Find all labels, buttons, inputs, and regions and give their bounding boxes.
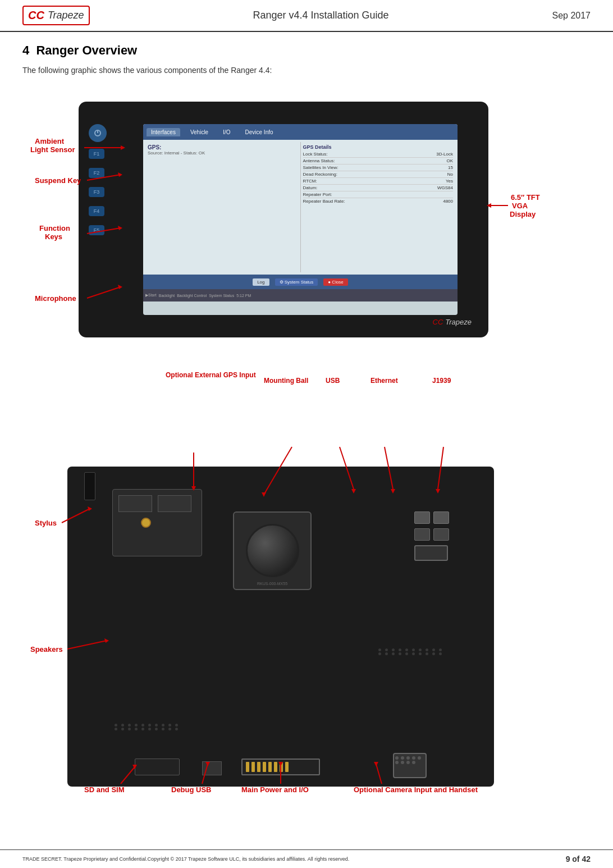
- system-status-button[interactable]: ⚙ System Status: [275, 278, 318, 286]
- svg-text:Keys: Keys: [45, 232, 62, 241]
- page-footer: TRADE SECRET. Trapeze Proprietary and Co…: [0, 849, 613, 868]
- trackball-label: RKUS-000-MX55: [234, 582, 310, 586]
- side-buttons-area: F1 F2 F3 F4 F5: [89, 124, 107, 237]
- svg-text:Stylus: Stylus: [35, 519, 57, 527]
- back-diagram: RKUS-000-MX55: [22, 422, 591, 820]
- stylus-slot: [84, 472, 95, 500]
- svg-text:Suspend Key: Suspend Key: [35, 176, 81, 185]
- footer-page-number: 9 of 42: [566, 855, 591, 864]
- f4-button: F4: [89, 206, 104, 216]
- ports-area: [414, 511, 449, 561]
- tab-vehicle: Vehicle: [186, 128, 213, 136]
- eth-port-1: [414, 528, 430, 541]
- section-title: 4 Ranger Overview: [22, 43, 591, 58]
- svg-text:6.5″ TFT: 6.5″ TFT: [511, 193, 540, 202]
- screen-titlebar: Interfaces Vehicle I/O Device Info: [143, 124, 458, 140]
- device-screen: Interfaces Vehicle I/O Device Info GPS: …: [143, 124, 458, 315]
- trackball-housing: RKUS-000-MX55: [233, 511, 312, 590]
- page-header: CC Trapeze Ranger v4.4 Installation Guid…: [0, 0, 613, 32]
- speaker-right: [376, 646, 449, 719]
- svg-text:Optional Camera Input and Hand: Optional Camera Input and Handset: [354, 785, 478, 794]
- j1939-port: [414, 545, 448, 561]
- trackball: [246, 524, 299, 577]
- f2-button: F2: [89, 168, 104, 178]
- camera-pins: [394, 754, 426, 766]
- tab-interfaces: Interfaces: [147, 128, 180, 136]
- f1-button: F1: [89, 149, 104, 159]
- screen-bottom-bar: Log ⚙ System Status ● Close: [143, 275, 458, 289]
- label-j1939: J1939: [432, 377, 451, 386]
- back-top-labels: Optional External GPS Input Mounting Bal…: [22, 371, 591, 399]
- label-mounting-ball: Mounting Ball: [264, 377, 308, 386]
- tab-device-info: Device Info: [241, 128, 278, 136]
- label-usb: USB: [326, 377, 340, 386]
- f5-button: F5: [89, 225, 104, 235]
- ethernet-ports: [414, 528, 449, 541]
- svg-text:Main Power and I/O: Main Power and I/O: [241, 785, 309, 794]
- svg-text:Function: Function: [39, 224, 70, 232]
- svg-text:Microphone: Microphone: [35, 294, 76, 303]
- main-power-connector: [241, 759, 320, 775]
- footer-trade-secret: TRADE SECRET. Trapeze Proprietary and Co…: [22, 856, 349, 862]
- back-device-render: RKUS-000-MX55: [67, 467, 494, 787]
- svg-text:VGA: VGA: [512, 202, 528, 210]
- sd-sim-slot: [135, 759, 180, 775]
- card-slot-1: [118, 495, 152, 512]
- usb-port-2: [433, 511, 449, 524]
- left-panel: [112, 489, 202, 556]
- speaker-grille-dots: [112, 721, 185, 733]
- page-content: 4 Ranger Overview The following graphic …: [0, 32, 613, 832]
- section-number: 4: [22, 43, 29, 57]
- header-date: Sep 2017: [552, 11, 591, 21]
- power-pins: [243, 760, 319, 774]
- device-logo: CC Trapeze: [433, 317, 472, 326]
- label-optional-gps: Optional External GPS Input: [166, 371, 256, 380]
- usb-ports: [414, 511, 449, 524]
- front-device-render: F1 F2 F3 F4 F5 Interfaces Vehicle I/O De…: [79, 102, 488, 337]
- svg-text:Light Sensor: Light Sensor: [30, 145, 75, 154]
- back-device-image: RKUS-000-MX55: [67, 467, 494, 787]
- svg-text:Debug USB: Debug USB: [171, 785, 212, 794]
- speaker-right-dots: [376, 646, 449, 657]
- log-button[interactable]: Log: [253, 278, 269, 286]
- screen-content: GPS: Source: Internal - Status: OK GPS D…: [143, 140, 458, 275]
- close-button[interactable]: ● Close: [323, 278, 348, 286]
- header-title: Ranger v4.4 Installation Guide: [253, 10, 388, 21]
- section-heading: Ranger Overview: [36, 43, 137, 57]
- front-diagram: F1 F2 F3 F4 F5 Interfaces Vehicle I/O De…: [22, 85, 591, 366]
- screen-status-bar: ▶Start Backlight Backlight Control Syste…: [143, 289, 458, 301]
- camera-connector: [393, 753, 427, 778]
- svg-text:SD and SIM: SD and SIM: [84, 785, 125, 794]
- eth-port-2: [433, 528, 449, 541]
- logo-cc-icon: CC: [28, 9, 44, 22]
- usb-port-1: [414, 511, 430, 524]
- intro-paragraph: The following graphic shows the various …: [22, 66, 591, 75]
- logo-area: CC Trapeze: [22, 6, 90, 25]
- logo-box: CC Trapeze: [22, 6, 90, 25]
- svg-text:Speakers: Speakers: [30, 645, 63, 654]
- speaker-left: // inline generation not allowed in SVG,…: [112, 646, 185, 719]
- f3-button: F3: [89, 187, 104, 197]
- power-button: [89, 124, 107, 142]
- svg-text:Ambient: Ambient: [35, 137, 65, 145]
- tab-io: I/O: [218, 128, 235, 136]
- label-ethernet: Ethernet: [370, 377, 398, 386]
- card-slot-2: [158, 495, 191, 512]
- front-device-image: F1 F2 F3 F4 F5 Interfaces Vehicle I/O De…: [79, 102, 488, 337]
- svg-text:Display: Display: [510, 210, 536, 218]
- gps-connector: [141, 518, 151, 528]
- debug-usb-port: [202, 761, 222, 775]
- logo-brand: Trapeze: [48, 10, 84, 21]
